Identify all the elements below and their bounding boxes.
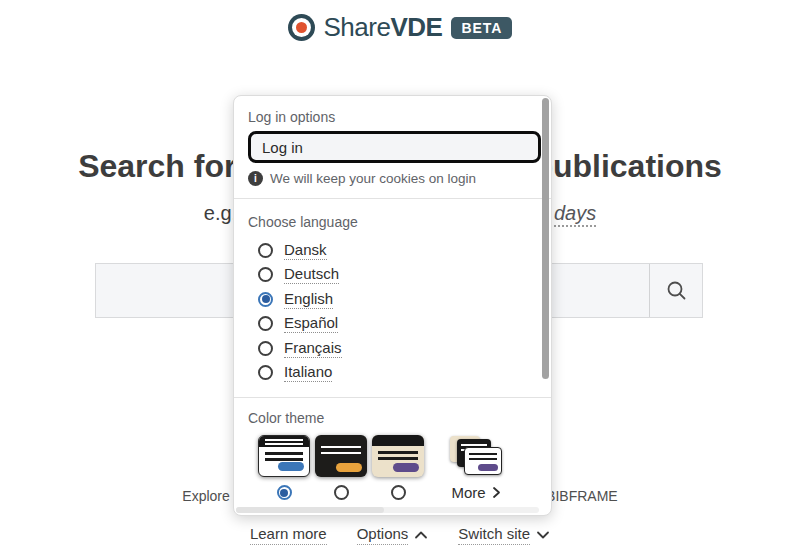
chevron-right-icon (492, 486, 501, 499)
options-popover: Log in options Log in i We will keep you… (233, 95, 552, 516)
language-label: Dansk (284, 241, 327, 260)
login-note: i We will keep your cookies on login (248, 171, 535, 186)
language-label: Español (284, 314, 338, 333)
horizontal-scrollbar[interactable] (236, 507, 539, 513)
vertical-scrollbar-thumb[interactable] (542, 98, 549, 379)
login-section-label: Log in options (248, 109, 535, 125)
logo-text-bold: VDE (390, 12, 442, 42)
switch-site-link[interactable]: Switch site (458, 525, 550, 545)
radio-icon[interactable] (258, 243, 273, 258)
options-link[interactable]: Options (357, 525, 429, 545)
link-label: Learn more (250, 525, 327, 545)
login-button[interactable]: Log in (248, 131, 541, 163)
logo-text-regular: Share (324, 12, 391, 42)
link-label: Options (357, 525, 409, 545)
chevron-up-icon (414, 530, 428, 540)
login-note-text: We will keep your cookies on login (270, 171, 476, 186)
language-option-deutsch[interactable]: Deutsch (258, 263, 535, 288)
language-label: Italiano (284, 363, 332, 382)
language-option-dansk[interactable]: Dansk (258, 238, 535, 263)
theme-light-radio-selected[interactable] (277, 485, 292, 500)
language-option-italiano[interactable]: Italiano (258, 361, 535, 386)
theme-cream-radio[interactable] (391, 485, 406, 500)
sharevde-logo-icon (288, 14, 315, 41)
beta-badge: BETA (451, 17, 512, 39)
magnifier-icon (665, 279, 688, 302)
info-icon: i (248, 171, 263, 186)
theme-cream-thumbnail[interactable] (372, 435, 424, 477)
language-label: Deutsch (284, 265, 339, 284)
site-header: ShareVDE BETA (0, 12, 800, 43)
chevron-down-icon (536, 530, 550, 540)
radio-selected-icon[interactable] (258, 292, 273, 307)
learn-more-link[interactable]: Learn more (250, 525, 327, 545)
language-option-francais[interactable]: Français (258, 336, 535, 361)
theme-dark-thumbnail[interactable] (315, 435, 367, 477)
divider (234, 198, 551, 199)
radio-icon[interactable] (258, 316, 273, 331)
language-option-espanol[interactable]: Español (258, 312, 535, 337)
horizontal-scrollbar-thumb[interactable] (236, 507, 384, 513)
language-section-label: Choose language (248, 214, 535, 230)
theme-dark-radio[interactable] (334, 485, 349, 500)
theme-more-thumbnail[interactable] (450, 435, 502, 477)
theme-thumbnails (248, 435, 535, 477)
radio-icon[interactable] (258, 341, 273, 356)
theme-light-thumbnail[interactable] (258, 435, 310, 477)
theme-radio-row: More (248, 484, 535, 501)
link-label: Switch site (458, 525, 530, 545)
radio-icon[interactable] (258, 267, 273, 282)
language-label: Français (284, 339, 342, 358)
logo-text: ShareVDE (324, 12, 443, 43)
radio-icon[interactable] (258, 365, 273, 380)
more-label: More (451, 484, 485, 501)
search-button[interactable] (649, 264, 702, 317)
theme-section-label: Color theme (248, 410, 535, 426)
theme-more-link[interactable]: More (451, 484, 500, 501)
footer-nav: Learn more Options Switch site (0, 525, 800, 545)
language-list: Dansk Deutsch English Español Français I… (248, 238, 535, 385)
language-option-english[interactable]: English (258, 287, 535, 312)
divider (234, 397, 551, 398)
language-label: English (284, 290, 333, 309)
vertical-scrollbar[interactable] (542, 98, 549, 505)
